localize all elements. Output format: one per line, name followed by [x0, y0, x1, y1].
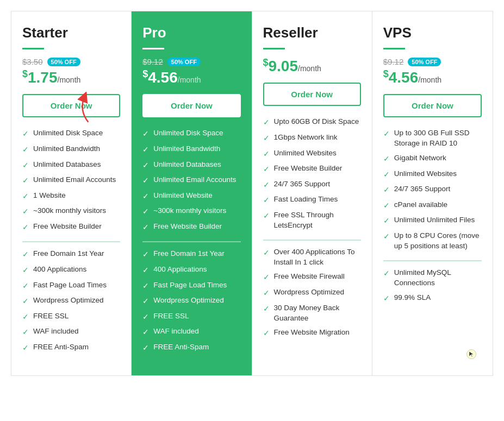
features-bottom-vps: ✓Unlimited MySQL Connections✓99.9% SLA — [383, 268, 482, 304]
plan-title-underline-starter — [22, 48, 44, 49]
check-icon: ✓ — [142, 160, 149, 171]
check-icon: ✓ — [142, 129, 149, 140]
feature-text: Free Website Builder — [274, 164, 343, 174]
feature-text: Unlimited Databases — [33, 160, 101, 170]
check-icon: ✓ — [22, 129, 29, 140]
feature-text: Free SSL Through LetsEncrypt — [274, 210, 361, 231]
check-icon: ✓ — [263, 180, 270, 191]
feature-text: 30 Day Money Back Guarantee — [274, 303, 361, 324]
check-icon: ✓ — [383, 216, 390, 227]
feature-item: ✓Unlimited Email Accounts — [22, 175, 120, 186]
feature-text: Unlimited Email Accounts — [33, 175, 116, 185]
feature-text: Unlimited Disk Space — [33, 128, 103, 139]
check-icon: ✓ — [142, 144, 149, 155]
feature-item: ✓~300k monthly visitors — [22, 206, 120, 217]
plan-title-starter: Starter — [22, 24, 120, 41]
feature-text: Wordpress Optimized — [153, 296, 224, 306]
check-icon: ✓ — [142, 222, 149, 233]
plan-reseller: Reseller$9.05/monthOrder Now✓Upto 60GB O… — [252, 11, 372, 375]
feature-text: Unlimited MySQL Connections — [394, 268, 482, 288]
features-divider-reseller — [263, 240, 361, 241]
feature-item: ✓Unlimited Disk Space — [142, 128, 240, 140]
feature-text: cPanel available — [394, 200, 447, 210]
check-icon: ✓ — [142, 312, 149, 323]
price-period: /month — [418, 76, 441, 84]
check-icon: ✓ — [263, 195, 270, 206]
feature-item: ✓Unlimited Unlimited Files — [383, 215, 482, 227]
feature-item: ✓Up to 8 CPU Cores (move up 5 positions … — [383, 231, 482, 252]
feature-item: ✓30 Day Money Back Guarantee — [263, 303, 361, 324]
check-icon: ✓ — [263, 133, 270, 144]
price-dollar: $ — [22, 68, 28, 79]
order-button-pro[interactable]: Order Now — [142, 94, 240, 117]
features-divider-starter — [22, 241, 120, 242]
feature-item: ✓Wordpress Optimized — [22, 296, 120, 307]
check-icon: ✓ — [22, 343, 29, 354]
features-bottom-reseller: ✓Over 400 Applications To Install In 1 c… — [263, 247, 361, 339]
feature-text: Upto 60GB Of Disk Space — [274, 117, 359, 127]
feature-item: ✓Wordpress Optimized — [142, 296, 240, 307]
feature-item: ✓Unlimited MySQL Connections — [383, 268, 482, 288]
feature-item: ✓Gigabit Network — [383, 153, 482, 165]
feature-text: 99.9% SLA — [394, 293, 431, 303]
feature-item: ✓24/7 365 Support — [263, 179, 361, 191]
feature-item: ✓~300k monthly visitors — [142, 206, 240, 217]
check-icon: ✓ — [383, 268, 390, 279]
order-button-starter[interactable]: Order Now — [22, 94, 120, 117]
feature-text: 400 Applications — [153, 265, 207, 275]
plan-title-underline-pro — [142, 48, 164, 49]
feature-text: Fast Page Load Times — [33, 280, 107, 291]
feature-item: ✓Fast Page Load Times — [22, 280, 120, 292]
original-price-starter: $3.50 — [22, 57, 43, 66]
feature-text: Unlimited Email Accounts — [153, 175, 236, 185]
feature-item: ✓FREE SSL — [22, 311, 120, 323]
feature-item: ✓Free Website Builder — [263, 164, 361, 175]
features-top-starter: ✓Unlimited Disk Space✓Unlimited Bandwidt… — [22, 128, 120, 233]
feature-item: ✓Unlimited Website — [142, 191, 240, 202]
features-bottom-starter: ✓Free Domain 1st Year✓400 Applications✓F… — [22, 249, 120, 353]
feature-text: WAF included — [153, 326, 199, 337]
price-dollar: $ — [383, 68, 389, 79]
feature-text: Free Website Builder — [153, 222, 222, 232]
order-button-reseller[interactable]: Order Now — [263, 83, 361, 106]
check-icon: ✓ — [22, 296, 29, 307]
check-icon: ✓ — [383, 129, 390, 140]
check-icon: ✓ — [383, 169, 390, 180]
check-icon: ✓ — [263, 288, 270, 299]
check-icon: ✓ — [263, 328, 270, 339]
check-icon: ✓ — [383, 154, 390, 165]
check-icon: ✓ — [263, 248, 270, 259]
plan-title-underline-reseller — [263, 48, 285, 49]
feature-text: Unlimited Disk Space — [153, 128, 223, 139]
feature-text: Free Domain 1st Year — [33, 249, 104, 259]
feature-text: Fast Page Load Times — [153, 280, 227, 291]
check-icon: ✓ — [142, 343, 149, 354]
feature-text: Unlimited Bandwidth — [153, 144, 220, 154]
cursor-svg — [469, 351, 474, 357]
feature-item: ✓Free SSL Through LetsEncrypt — [263, 210, 361, 231]
feature-text: Gigabit Network — [394, 153, 446, 164]
check-icon: ✓ — [263, 211, 270, 222]
check-icon: ✓ — [142, 191, 149, 202]
plan-title-vps: VPS — [383, 24, 482, 41]
feature-item: ✓400 Applications — [142, 265, 240, 276]
price-row-pro: $9.1250% OFF — [142, 57, 240, 66]
price-dollar: $ — [263, 57, 269, 68]
feature-item: ✓Free Website Builder — [142, 222, 240, 233]
check-icon: ✓ — [263, 149, 270, 160]
feature-item: ✓Fast Page Load Times — [142, 280, 240, 292]
price-period: /month — [58, 76, 81, 84]
feature-item: ✓Over 400 Applications To Install In 1 c… — [263, 247, 361, 268]
feature-item: ✓Unlimited Disk Space — [22, 128, 120, 140]
check-icon: ✓ — [22, 160, 29, 171]
check-icon: ✓ — [22, 281, 29, 292]
check-icon: ✓ — [142, 175, 149, 186]
order-button-vps[interactable]: Order Now — [383, 94, 482, 117]
feature-text: FREE Anti-Spam — [153, 342, 209, 353]
original-price-pro: $9.12 — [142, 57, 163, 66]
feature-text: Free Website Builder — [33, 222, 102, 232]
feature-item: ✓Upto 60GB Of Disk Space — [263, 117, 361, 128]
feature-item: ✓1Gbps Network link — [263, 133, 361, 144]
original-price-vps: $9.12 — [383, 57, 404, 66]
features-top-vps: ✓Up to 300 GB Full SSD Storage in RAID 1… — [383, 128, 482, 252]
